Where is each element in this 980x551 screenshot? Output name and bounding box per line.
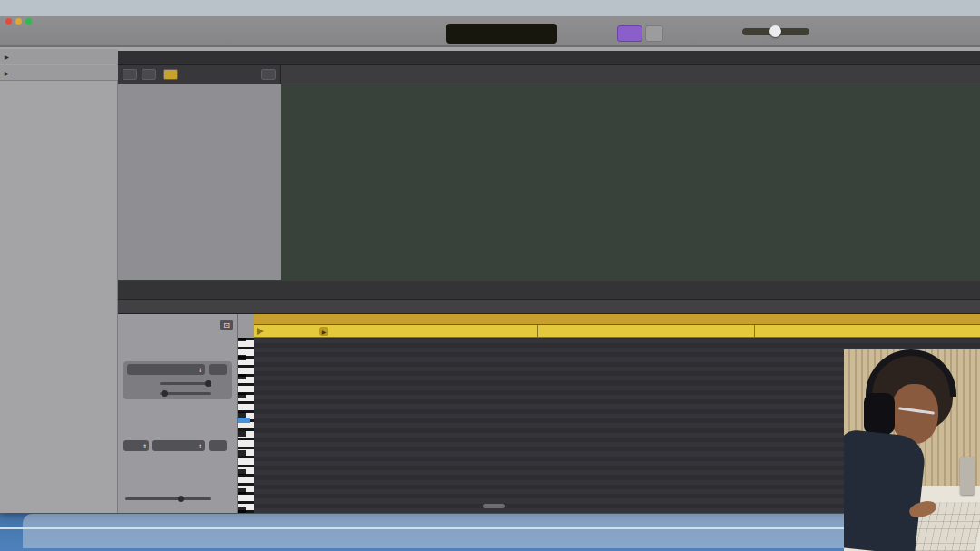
close-window-button[interactable] bbox=[5, 18, 12, 25]
screen: ▶ ▶ bbox=[0, 0, 980, 551]
headphones-band bbox=[866, 349, 956, 397]
quantize-value-dropdown[interactable]: ⇕ bbox=[127, 364, 205, 375]
piano-keyboard[interactable] bbox=[238, 338, 254, 513]
editor-tab-bar bbox=[118, 281, 980, 300]
catch-playhead-button[interactable] bbox=[261, 69, 276, 80]
add-track-button[interactable] bbox=[122, 69, 137, 80]
velocity-slider[interactable] bbox=[125, 497, 211, 500]
tracks-area bbox=[118, 51, 980, 281]
master-volume-slider[interactable] bbox=[742, 28, 809, 35]
track-headers bbox=[118, 84, 281, 280]
piano-roll-ruler[interactable] bbox=[254, 314, 980, 325]
hoodie-body bbox=[844, 428, 927, 551]
phone-device bbox=[960, 457, 975, 495]
metronome-button[interactable] bbox=[645, 25, 663, 42]
editor-toolbar bbox=[118, 300, 980, 314]
track-header-toolbar bbox=[118, 65, 281, 84]
playhead-marker-icon bbox=[257, 328, 264, 335]
zoom-window-button[interactable] bbox=[25, 18, 32, 25]
stepper-icon[interactable]: ⇕ bbox=[198, 367, 202, 373]
count-in-button[interactable] bbox=[617, 25, 642, 42]
editor-catch-button[interactable]: ⊡ bbox=[220, 320, 233, 330]
control-bar bbox=[0, 16, 980, 47]
scale-root-dropdown[interactable]: ⇕ bbox=[123, 440, 149, 451]
scale-type-dropdown[interactable]: ⇕ bbox=[152, 440, 205, 451]
bar-ruler[interactable] bbox=[281, 65, 980, 84]
lcd-display[interactable] bbox=[446, 24, 557, 44]
solo-mode-button[interactable] bbox=[163, 69, 178, 80]
arrange-toolbar bbox=[118, 51, 980, 65]
headphone-earcup bbox=[864, 393, 895, 435]
stepper-icon[interactable]: ⇕ bbox=[198, 443, 202, 449]
stepper-icon[interactable]: ⇕ bbox=[142, 443, 147, 449]
time-quantize-panel: ⇕ bbox=[123, 361, 232, 399]
region-divider bbox=[754, 325, 755, 338]
window-bottom-edge bbox=[0, 527, 980, 529]
disclosure-triangle-icon[interactable]: ▶ bbox=[5, 70, 9, 76]
velocity-knob[interactable] bbox=[178, 496, 184, 502]
minimize-window-button[interactable] bbox=[15, 18, 22, 25]
region-play-icon[interactable]: ▶ bbox=[319, 327, 328, 336]
selected-key-highlight bbox=[238, 418, 250, 423]
strength-slider[interactable] bbox=[160, 382, 211, 385]
disclosure-triangle-icon[interactable]: ▶ bbox=[5, 54, 9, 60]
webcam-overlay bbox=[844, 349, 980, 551]
region-divider bbox=[537, 325, 538, 338]
logic-window: ▶ ▶ bbox=[0, 16, 980, 513]
piano-roll-inspector: ⇕ ⇕ ⇕ bbox=[118, 314, 238, 513]
quantize-apply-button[interactable] bbox=[209, 364, 227, 375]
region-inspector-row[interactable]: ▶ bbox=[0, 49, 118, 64]
duplicate-track-button[interactable] bbox=[142, 69, 156, 80]
track-inspector-row[interactable]: ▶ bbox=[0, 65, 118, 81]
inspector-panel: ▶ ▶ bbox=[0, 49, 118, 513]
master-volume-knob[interactable] bbox=[769, 25, 781, 37]
arrange-lanes[interactable] bbox=[281, 84, 980, 280]
scale-apply-button[interactable] bbox=[209, 440, 227, 451]
strength-knob[interactable] bbox=[205, 380, 211, 387]
swing-slider[interactable] bbox=[160, 392, 211, 395]
black-keys bbox=[238, 338, 246, 513]
swing-knob[interactable] bbox=[162, 390, 168, 397]
piano-roll-region-strip[interactable]: ▶ bbox=[254, 325, 980, 338]
horizontal-scrollbar[interactable] bbox=[483, 504, 505, 508]
menu-bar bbox=[0, 0, 980, 16]
dock bbox=[23, 514, 980, 548]
